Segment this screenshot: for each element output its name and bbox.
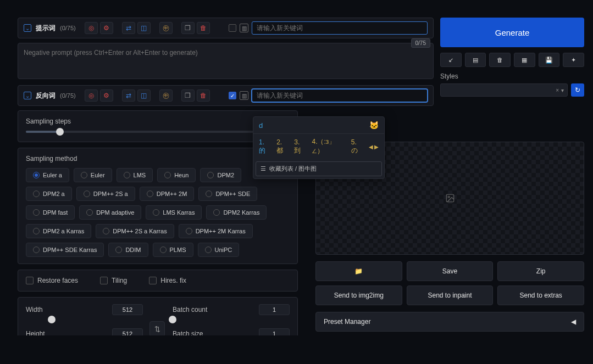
tiling-checkbox[interactable]: Tiling <box>100 277 127 284</box>
swap-dimensions-button[interactable]: ⇅ <box>149 321 165 335</box>
radio-dot-icon <box>147 191 153 197</box>
radio-dot-icon <box>33 191 40 197</box>
radio-dot-icon <box>205 247 212 253</box>
batch-size-label: Batch size <box>173 330 203 335</box>
chevron-down-icon[interactable]: ⌄ <box>24 24 31 32</box>
prompt-positive-label: 提示词 <box>36 24 56 33</box>
send-img2img-button[interactable]: Send to img2img <box>315 285 402 305</box>
clipboard-icon[interactable]: ▤ <box>465 53 486 67</box>
ime-candidate[interactable]: 5.の <box>351 138 362 155</box>
target-icon[interactable]: ◎ <box>85 89 98 102</box>
file-icon[interactable]: ▦ <box>514 53 535 67</box>
ime-candidate[interactable]: 2.都 <box>276 138 287 155</box>
radio-dot-icon <box>207 172 214 178</box>
chevron-down-icon[interactable]: ⌄ <box>24 92 31 99</box>
styles-select[interactable]: ×▾ <box>440 83 568 97</box>
sampling-steps-label: Sampling steps <box>26 117 290 125</box>
sampler-option[interactable]: LMS <box>117 168 153 182</box>
keyword-input-positive[interactable] <box>252 21 428 35</box>
gear-icon[interactable]: ⚙ <box>100 89 113 102</box>
sampler-option[interactable]: DPM++ 2M Karras <box>179 224 253 238</box>
sampler-option[interactable]: Euler a <box>26 168 69 182</box>
hires-fix-checkbox[interactable]: Hires. fix <box>149 277 186 284</box>
trash-icon[interactable]: 🗑 <box>489 53 511 67</box>
sampler-option[interactable]: DPM adaptive <box>79 205 141 220</box>
book-icon[interactable]: ▥ <box>240 24 248 32</box>
ime-footer-text[interactable]: 收藏列表 / 图牛图 <box>269 165 317 173</box>
radio-dot-icon <box>153 209 159 216</box>
radio-dot-icon <box>213 209 220 216</box>
restore-faces-checkbox[interactable]: Restore faces <box>26 277 78 284</box>
sampler-option[interactable]: DPM2 a <box>26 187 72 201</box>
batch-size-value[interactable]: 1 <box>259 328 290 335</box>
transfer-icon[interactable]: ⇄ <box>122 89 135 102</box>
trash-icon[interactable]: 🗑 <box>197 22 210 34</box>
radio-dot-icon <box>206 191 212 197</box>
checkbox-toggle[interactable] <box>229 24 236 32</box>
zip-button[interactable]: Zip <box>497 261 584 281</box>
bookmark-icon[interactable]: ◫ <box>137 22 151 34</box>
sparkle-icon[interactable]: ✦ <box>563 53 584 67</box>
sampler-option[interactable]: DPM2 <box>200 168 241 182</box>
sampler-option[interactable]: UniPC <box>198 243 240 257</box>
translate-icon[interactable]: ㊥ <box>159 22 173 34</box>
sampler-option[interactable]: DPM++ 2M <box>140 187 195 201</box>
width-value[interactable]: 512 <box>112 304 143 315</box>
send-inpaint-button[interactable]: Send to inpaint <box>407 285 494 305</box>
sampler-option[interactable]: PLMS <box>153 243 193 257</box>
radio-dot-icon <box>33 247 40 253</box>
checkbox-toggle[interactable]: ✓ <box>229 92 236 99</box>
sampler-option[interactable]: DDIM <box>108 243 148 257</box>
keyword-input-negative[interactable] <box>252 89 428 102</box>
translate-icon[interactable]: ㊥ <box>159 89 173 102</box>
negative-prompt-textarea[interactable] <box>18 43 434 79</box>
copy-icon[interactable]: ❐ <box>181 89 195 102</box>
gear-icon[interactable]: ⚙ <box>100 22 113 34</box>
sampler-option[interactable]: DPM fast <box>26 205 75 220</box>
ime-candidate[interactable]: 3.到 <box>294 138 305 155</box>
sampler-option[interactable]: DPM2 a Karras <box>26 224 91 238</box>
bookmark-icon[interactable]: ◫ <box>137 89 151 102</box>
prompt-negative-label: 反向词 <box>36 91 56 100</box>
refresh-styles-button[interactable]: ↻ <box>571 83 584 97</box>
sampling-steps-slider[interactable] <box>26 131 290 133</box>
height-value[interactable]: 512 <box>112 328 143 335</box>
ime-candidate[interactable]: 4.（:з」∠） <box>312 137 344 156</box>
clear-icon[interactable]: × <box>556 87 559 93</box>
sampler-option[interactable]: Euler <box>74 168 112 182</box>
ime-next-icon[interactable]: ▶ <box>374 144 379 150</box>
open-folder-button[interactable]: 📁 <box>315 261 402 281</box>
checks-panel: Restore faces Tiling Hires. fix <box>18 270 298 292</box>
save-icon[interactable]: 💾 <box>539 53 560 67</box>
emoji-icon[interactable]: 🐱 <box>369 121 379 130</box>
ime-popup: d 🐱 1.的2.都3.到4.（:з」∠）5.の◀▶ ☰ 收藏列表 / 图牛图 <box>253 116 385 179</box>
radio-dot-icon <box>115 247 122 253</box>
prompt-negative-row: ⌄ 反向词 (0/75) ◎ ⚙ ⇄ ◫ ㊥ ❐ 🗑 ✓ ▥ <box>18 85 434 106</box>
trash-icon[interactable]: 🗑 <box>197 89 210 102</box>
sampler-option[interactable]: DPM++ SDE <box>198 187 257 201</box>
save-button[interactable]: Save <box>407 261 494 281</box>
list-icon: ☰ <box>261 165 266 172</box>
sampler-option[interactable]: DPM++ 2S a Karras <box>96 224 174 238</box>
target-icon[interactable]: ◎ <box>85 22 98 34</box>
sampler-option[interactable]: LMS Karras <box>146 205 202 220</box>
sampler-option[interactable]: DPM2 Karras <box>206 205 267 220</box>
preset-manager-accordion[interactable]: Preset Manager ◀ <box>315 312 584 332</box>
radio-dot-icon <box>160 247 167 253</box>
sampler-option[interactable]: DPM++ 2S a <box>76 187 135 201</box>
arrow-icon[interactable]: ↙ <box>440 53 462 67</box>
ime-candidate[interactable]: 1.的 <box>259 138 270 155</box>
sampler-option[interactable]: DPM++ SDE Karras <box>26 243 104 257</box>
book-icon[interactable]: ▥ <box>240 91 248 100</box>
generate-button[interactable]: Generate <box>440 18 584 47</box>
width-label: Width <box>26 306 43 313</box>
transfer-icon[interactable]: ⇄ <box>122 22 135 34</box>
batch-count-value[interactable]: 1 <box>259 304 290 315</box>
sampler-option[interactable]: Heun <box>157 168 196 182</box>
send-extras-button[interactable]: Send to extras <box>497 285 584 305</box>
radio-dot-icon <box>124 172 130 178</box>
radio-dot-icon <box>84 191 90 197</box>
copy-icon[interactable]: ❐ <box>181 22 195 34</box>
ime-prev-icon[interactable]: ◀ <box>369 144 373 150</box>
sampling-method-label: Sampling method <box>26 155 290 163</box>
